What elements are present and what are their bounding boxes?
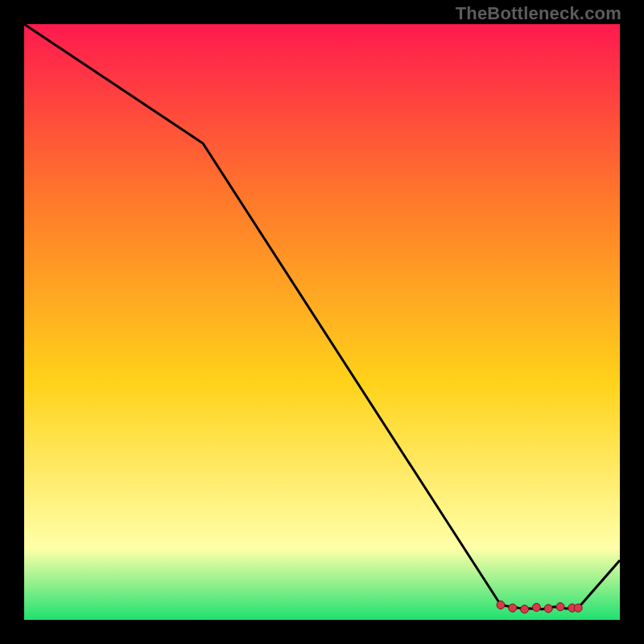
chart-svg (24, 24, 620, 620)
gradient-bg (24, 24, 620, 620)
marker-point (509, 604, 517, 612)
marker-point (532, 604, 540, 612)
watermark-text: TheBottleneck.com (456, 3, 621, 24)
marker-point (544, 605, 552, 613)
chart-container: TheBottleneck.com (0, 0, 644, 644)
marker-point (521, 605, 529, 613)
marker-point (497, 601, 505, 609)
plot-area (24, 24, 620, 620)
marker-point (574, 604, 582, 612)
marker-point (556, 603, 564, 611)
